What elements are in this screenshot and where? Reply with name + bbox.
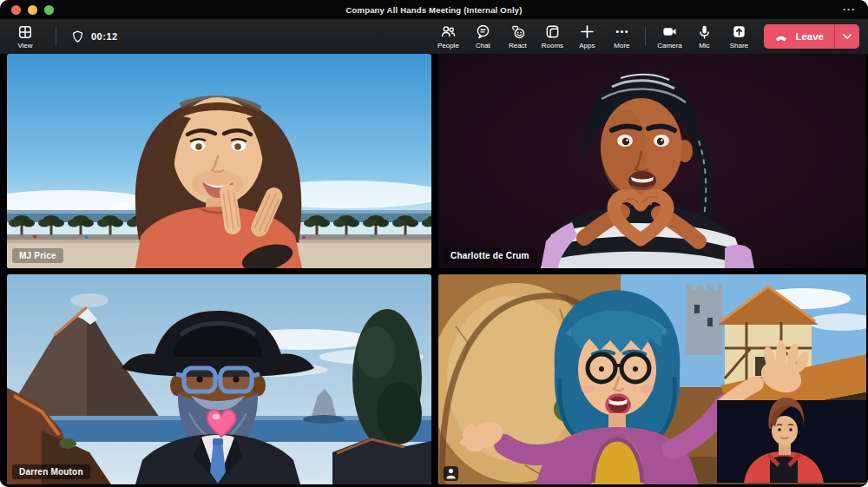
avatar-scene-volcano [7,274,431,484]
rooms-button[interactable]: Rooms [536,21,569,52]
camera-icon [661,23,678,40]
rooms-label: Rooms [542,42,563,49]
titlebar: Company All Hands Meeting (Internal Only… [0,0,868,19]
ellipsis-icon [614,23,630,40]
video-tile-speaker[interactable] [438,274,866,484]
mic-label: Mic [699,42,709,49]
avatar-scene-beach [7,54,431,268]
meeting-timer: 00:12 [70,30,118,44]
camera-label: Camera [657,42,681,49]
people-button[interactable]: People [431,21,464,52]
apps-label: Apps [579,42,595,49]
participant-name-label: Charlotte de Crum [444,248,536,263]
titlebar-more-icon[interactable]: ··· [843,0,856,19]
apps-button[interactable]: Apps [570,21,603,52]
participant-status-icon [444,466,458,481]
toolbar-separator [645,27,646,46]
chat-label: Chat [476,42,490,49]
participant-name-label: Darren Mouton [12,464,90,479]
meeting-window: Company All Hands Meeting (Internal Only… [0,0,868,487]
leave-label: Leave [795,31,824,42]
people-label: People [437,42,459,49]
timer-value: 00:12 [91,31,118,42]
react-button[interactable]: React [501,21,534,52]
share-label: Share [730,42,748,49]
react-icon [510,23,526,40]
more-button[interactable]: More [605,21,638,52]
meeting-toolbar: View 00:12 People [0,19,868,54]
share-icon [731,23,747,40]
more-label: More [614,42,629,49]
window-title: Company All Hands Meeting (Internal Only… [0,5,868,15]
chat-icon [475,23,491,40]
participant-name-label: MJ Price [12,248,63,263]
share-button[interactable]: Share [722,21,755,52]
toolbar-separator [56,27,56,46]
react-label: React [509,42,527,49]
rooms-icon [544,23,561,40]
mic-button[interactable]: Mic [687,21,720,52]
chevron-down-icon [843,34,852,40]
shield-icon [70,30,85,44]
video-tile-mj-price[interactable]: MJ Price [7,54,431,268]
mic-icon [696,23,713,40]
video-grid: MJ Price [0,54,868,487]
view-button[interactable]: View [9,21,42,52]
grid-view-icon [17,24,33,40]
self-view-pip[interactable] [717,398,866,483]
plus-icon [579,23,595,40]
video-tile-darren-mouton[interactable]: Darren Mouton [7,274,431,484]
avatar-scene-village [438,274,866,484]
people-icon [440,23,457,40]
hangup-icon [773,29,789,44]
avatar-scene-dark [438,54,866,268]
leave-button[interactable]: Leave [764,24,859,49]
chat-button[interactable]: Chat [466,21,499,52]
camera-button[interactable]: Camera [653,21,686,52]
leave-options-button[interactable] [834,24,859,49]
view-label: View [17,42,32,49]
video-tile-charlotte-de-crum[interactable]: Charlotte de Crum [438,54,866,268]
